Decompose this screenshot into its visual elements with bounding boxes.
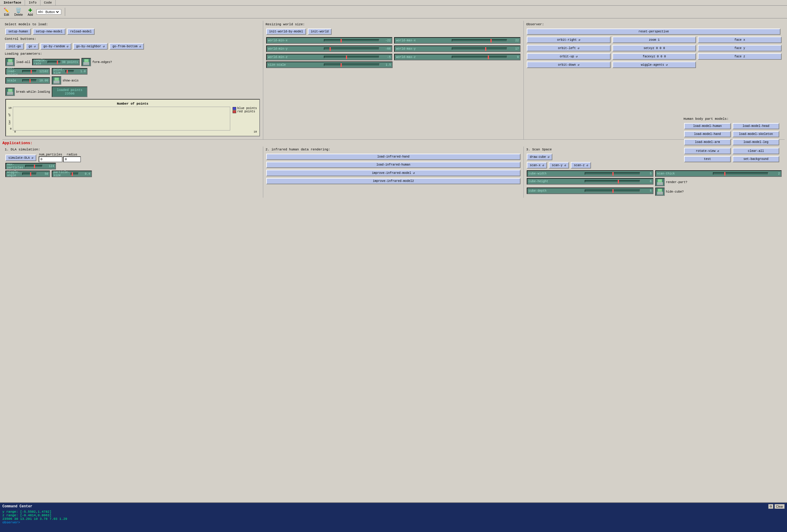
blue-color-box (233, 107, 236, 110)
go-by-random-button[interactable]: go-by-random ↺ (40, 43, 71, 50)
clear-button[interactable]: Clear (774, 504, 785, 509)
delete-button[interactable]: 🗑️ Delete (13, 7, 24, 17)
reload-model-button[interactable]: reload-model (67, 28, 94, 35)
go-button[interactable]: go ↺ (26, 43, 39, 50)
load-all-toggle[interactable]: On Off load-all (5, 58, 30, 66)
infrared-section: 2. infrared human data rendering: load-i… (263, 147, 524, 198)
setup-human-button[interactable]: setup-human (5, 28, 31, 35)
world-max-y-slider[interactable]: world-max-y 17 (394, 45, 520, 52)
human-body-title: Human body part models: (683, 117, 780, 121)
go-from-bottom-button[interactable]: go-from-bottom ↺ (109, 43, 144, 50)
load-model-leg-button[interactable]: load-model-leg (732, 139, 779, 145)
form-edges-toggle[interactable]: On Off form-edges? (82, 58, 112, 66)
world-max-z-slider[interactable]: world-max-z 9 (394, 54, 520, 60)
max-load-points-slider[interactable]: max-load-points 12102 (5, 68, 50, 74)
toolbar: ✏️ Edit 🗑️ Delete ✚ Add abc Button (0, 6, 787, 18)
init-world-by-model-button[interactable]: init-world-by-model (266, 28, 306, 35)
world-min-y-slider[interactable]: world-min-y -66 (266, 45, 392, 52)
load-model-head-button[interactable]: load-model-head (732, 123, 779, 129)
orbit-up-button[interactable]: orbit-up ↺ (527, 53, 611, 60)
command-icons: ⧉ Clear (768, 504, 785, 509)
load-all-label: load-all (16, 61, 30, 64)
tab-interface[interactable]: Interface (0, 0, 25, 5)
command-prompt: observer> (2, 521, 20, 524)
load-infrared-hand-button[interactable]: load-infrared-hand (266, 154, 521, 160)
add-button[interactable]: ✚ Add (26, 7, 34, 17)
scan-y-button[interactable]: scan-y ↺ (549, 162, 569, 169)
point-size-slider[interactable]: point-size 1.0 (52, 68, 87, 74)
orbit-left-button[interactable]: orbit-left ↺ (527, 45, 611, 51)
load-model-human-button[interactable]: load-model-human (684, 123, 731, 129)
draw-cube-button[interactable]: draw-cube ↺ (527, 154, 552, 160)
scroll-area[interactable]: Select models to load: setup-human setup… (0, 18, 787, 502)
num-particles-input[interactable] (39, 156, 62, 162)
radius-input[interactable] (63, 156, 81, 162)
scan-thick-slider[interactable]: scan-thick 2 (655, 170, 782, 177)
load-model-hand-button[interactable]: load-model-hand (684, 131, 731, 137)
improve-infrared-model2-button[interactable]: improve-infrared-model2 (266, 178, 521, 184)
load-infrared-human-button[interactable]: load-infrared-human (266, 162, 521, 168)
orbit-down-button[interactable]: orbit-down ↺ (527, 62, 611, 68)
red-color-box (233, 110, 236, 113)
load-model-skeleton-button[interactable]: load-model-skeleton (732, 131, 779, 137)
tabbar: Interface Info Code (0, 0, 787, 6)
add-icon: ✚ (28, 7, 32, 13)
max-particles-slider[interactable]: max-particles 124 (5, 163, 56, 170)
edit-button[interactable]: ✏️ Edit (2, 7, 11, 17)
setup-new-model-button[interactable]: setup-new-model (33, 28, 65, 35)
loaded-points-monitor: loaded points 23506 (52, 87, 87, 97)
rotate-view-button[interactable]: rotate-view ↺ (684, 148, 731, 154)
load-params-row3: scale 10.00 On Off show-axis (5, 76, 260, 85)
wiggle-angle-slider[interactable]: wiggle-angle 50 (5, 171, 50, 177)
simulate-dla-button[interactable]: simulate-DLA ↺ (5, 155, 36, 161)
scan-z-button[interactable]: scan-z ↺ (571, 162, 591, 169)
show-axis-toggle[interactable]: On Off show-axis (52, 76, 79, 85)
scale-slider[interactable]: scale 10.00 (5, 77, 50, 84)
world-min-z-slider[interactable]: world-min-z -5 (266, 54, 392, 60)
control-buttons-title: Control buttons: (5, 37, 260, 41)
load-params-row1: On Off load-all sample-rate 30 points On (5, 57, 260, 67)
cube-width-slider[interactable]: cube-width 5 (527, 170, 653, 177)
resizing-world-buttons: init-world-by-model init-world (265, 28, 522, 36)
hide-cube-toggle[interactable]: On Off hide-cube? (655, 187, 782, 196)
improve-infrared-model-button[interactable]: improve-infrared-model ↺ (266, 170, 521, 176)
cube-depth-slider[interactable]: cube-depth 5 (527, 187, 653, 194)
command-output-line3: 23506 30 13.291 10 3.78 7.03 1.29 (2, 517, 785, 521)
command-icon-btn1[interactable]: ⧉ (768, 504, 773, 509)
cube-height-slider[interactable]: cube-height 6 (527, 178, 653, 184)
init-world-button[interactable]: init-world (308, 28, 332, 35)
loading-params-title: Loading parameters: (5, 52, 260, 56)
button-type-selector[interactable]: abc Button (37, 9, 61, 15)
command-output-line2: z range: [-0.4814,0.8063] (2, 514, 785, 517)
test-button[interactable]: test (684, 156, 731, 162)
button-type-select[interactable]: Button (44, 10, 60, 14)
tab-info[interactable]: Info (25, 0, 40, 5)
add-label: Add (28, 13, 33, 16)
red-points-legend: red points (233, 110, 257, 113)
middle-column: Resizing world size: init-world-by-model… (263, 21, 524, 139)
dla-title: 1. DLA simulation: (5, 148, 260, 151)
init-go-button[interactable]: init-go (5, 43, 24, 50)
main-content: Select models to load: setup-human setup… (0, 18, 787, 502)
particle-size-slider[interactable]: particle-size 0.4 (52, 171, 92, 177)
render-part-toggle[interactable]: On Off render-part? (655, 178, 782, 186)
scan-x-button[interactable]: scan-x ↺ (527, 162, 547, 169)
radius-input-group: radius (63, 153, 81, 162)
app-grid: 1. DLA simulation: simulate-DLA ↺ num_pa… (2, 147, 785, 198)
sample-rate-slider[interactable]: sample-rate 30 points (32, 59, 80, 65)
num-particles-input-group: num_particles (39, 153, 62, 162)
orbit-right-button[interactable]: orbit-right ↺ (527, 37, 611, 43)
toolbar-divider (65, 8, 65, 16)
command-input[interactable] (20, 521, 785, 524)
radius-label: radius (67, 153, 77, 156)
break-loading-toggle[interactable]: On Off break-while-loading (5, 88, 50, 96)
world-min-x-slider[interactable]: world-min-x -22 (266, 37, 392, 44)
go-by-neighbor-button[interactable]: go-by-neighbor ↺ (73, 43, 108, 50)
clear-all-button[interactable]: clear-all (732, 148, 779, 154)
load-model-arm-button[interactable]: load-model-arm (684, 139, 731, 145)
world-max-x-slider[interactable]: world-max-x 22 (394, 37, 520, 44)
size-scale-slider[interactable]: size-scale 1.5 (266, 62, 393, 68)
blue-points-label: blue points (237, 107, 257, 110)
tab-code[interactable]: Code (40, 0, 56, 5)
set-background-button[interactable]: set-background (732, 156, 779, 162)
